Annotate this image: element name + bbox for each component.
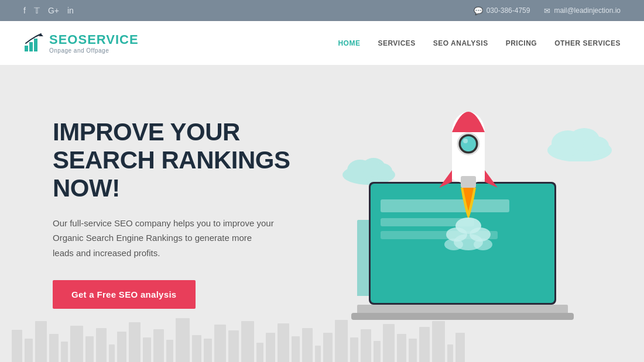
cloud-right-top — [544, 123, 615, 161]
hero-content: IMPROVE YOUR SEARCH RANKINGS NOW! Our fu… — [0, 118, 304, 309]
svg-point-34 — [474, 239, 492, 250]
twitter-icon[interactable]: 𝕋 — [34, 6, 40, 15]
svg-point-26 — [461, 136, 476, 151]
hero-section: IMPROVE YOUR SEARCH RANKINGS NOW! Our fu… — [0, 65, 644, 362]
logo-text: SEOSERVICE Onpage and Offpage — [49, 32, 139, 54]
nav-pricing[interactable]: PRICING — [506, 39, 537, 47]
hero-illustration — [328, 77, 621, 357]
svg-rect-22 — [357, 305, 568, 314]
svg-rect-1 — [29, 42, 33, 51]
hero-title: IMPROVE YOUR SEARCH RANKINGS NOW! — [53, 118, 304, 203]
nav-seo-analysis[interactable]: SEO ANALYSIS — [433, 39, 488, 47]
facebook-icon[interactable]: f — [23, 6, 26, 15]
email-icon: ✉ — [544, 6, 550, 15]
logo-title: SEOSERVICE — [49, 32, 139, 47]
logo-icon — [23, 33, 44, 54]
top-bar: f 𝕋 G+ in 💬 030-386-4759 ✉ mail@leadinje… — [0, 0, 644, 21]
nav-other-services[interactable]: OTHER SERVICES — [554, 39, 621, 47]
svg-rect-2 — [34, 39, 37, 51]
svg-point-27 — [463, 139, 468, 143]
email-address: mail@leadinjection.io — [554, 6, 621, 15]
svg-rect-0 — [25, 46, 28, 51]
googleplus-icon[interactable]: G+ — [48, 6, 59, 15]
cta-button[interactable]: Get a Free SEO analysis — [53, 280, 196, 309]
contact-info: 💬 030-386-4759 ✉ mail@leadinjection.io — [474, 6, 621, 15]
main-nav: HOME SERVICES SEO ANALYSIS PRICING OTHER… — [338, 39, 621, 47]
email-item: ✉ mail@leadinjection.io — [544, 6, 621, 15]
nav-services[interactable]: SERVICES — [378, 39, 415, 47]
phone-icon: 💬 — [474, 6, 483, 15]
logo-service: SERVICE — [78, 32, 138, 47]
svg-point-33 — [444, 239, 463, 250]
hero-description: Our full-service SEO company helps you t… — [53, 216, 275, 261]
nav-home[interactable]: HOME — [338, 39, 360, 47]
svg-point-7 — [371, 163, 392, 180]
logo: SEOSERVICE Onpage and Offpage — [23, 32, 139, 54]
phone-item: 💬 030-386-4759 — [474, 6, 530, 15]
svg-rect-23 — [351, 313, 574, 320]
rocket — [436, 85, 501, 255]
social-links: f 𝕋 G+ in — [23, 6, 74, 15]
header: SEOSERVICE Onpage and Offpage HOME SERVI… — [0, 21, 644, 65]
linkedin-icon[interactable]: in — [67, 6, 74, 15]
cloud-left — [340, 153, 398, 185]
svg-rect-28 — [461, 176, 476, 188]
logo-subtitle: Onpage and Offpage — [49, 47, 139, 54]
phone-number: 030-386-4759 — [487, 6, 530, 15]
logo-seo: SEO — [49, 32, 78, 47]
svg-point-11 — [583, 136, 609, 155]
